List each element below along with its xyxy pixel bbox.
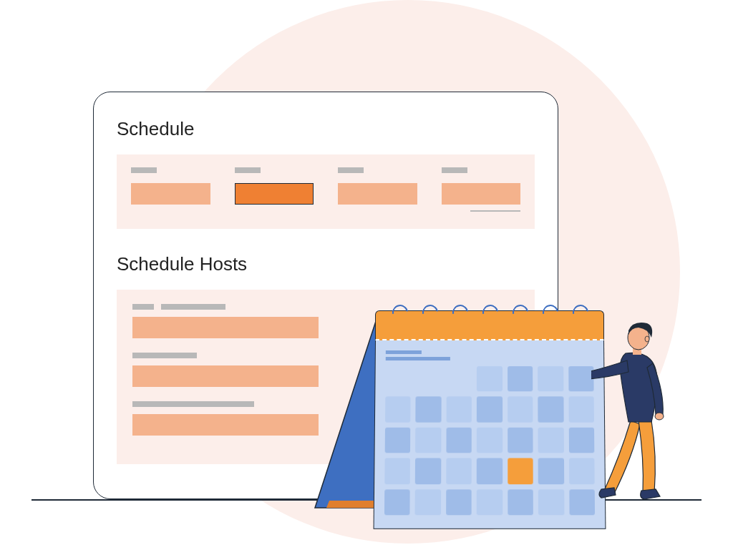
schedule-item[interactable] — [235, 167, 314, 212]
calendar-cell — [385, 397, 411, 423]
calendar-cell — [538, 397, 563, 423]
calendar-cell — [538, 366, 563, 392]
calendar-front — [375, 299, 604, 531]
calendar-cell — [477, 458, 503, 484]
calendar-cell — [416, 397, 442, 423]
placeholder-bar — [161, 304, 225, 310]
ring-icon — [389, 302, 412, 324]
calendar-cell — [415, 489, 441, 515]
calendar-cell — [477, 366, 503, 392]
calendar-cell — [508, 397, 533, 423]
calendar-cell — [446, 428, 472, 453]
calendar-cell — [385, 366, 411, 392]
calendar-cell — [538, 458, 564, 484]
calendar-cell — [384, 458, 410, 484]
calendar-grid — [384, 366, 595, 515]
calendar-cell — [446, 458, 472, 484]
schedule-item[interactable] — [338, 167, 417, 212]
host-block — [132, 365, 319, 387]
ring-icon — [510, 302, 532, 324]
placeholder-bar — [132, 353, 197, 358]
schedule-label-placeholder — [131, 167, 157, 173]
schedule-row — [131, 167, 520, 212]
hosts-title: Schedule Hosts — [117, 253, 535, 275]
calendar-cell — [568, 428, 594, 453]
svg-point-4 — [655, 413, 664, 420]
calendar-cell — [415, 428, 441, 453]
calendar-body — [374, 340, 606, 529]
schedule-item[interactable] — [131, 167, 210, 212]
calendar-cell — [477, 489, 503, 515]
calendar-cell — [477, 428, 503, 453]
calendar-title-placeholder — [386, 350, 593, 360]
calendar-cell — [416, 366, 442, 392]
schedule-item[interactable] — [442, 167, 521, 212]
person-icon — [591, 313, 684, 506]
calendar-cell — [568, 366, 594, 392]
calendar-cell — [477, 397, 503, 423]
ring-icon — [480, 302, 502, 324]
schedule-block — [338, 183, 417, 205]
schedule-label-placeholder — [235, 167, 261, 173]
schedule-title: Schedule — [117, 118, 535, 140]
schedule-block — [131, 183, 210, 205]
calendar-cell — [538, 489, 564, 515]
calendar-cell — [508, 428, 533, 453]
calendar-cell — [538, 428, 564, 453]
svg-marker-0 — [315, 315, 378, 508]
calendar-cell — [508, 489, 533, 515]
calendar-cell — [568, 397, 594, 423]
calendar-cell — [384, 489, 410, 515]
schedule-block-active — [235, 183, 314, 205]
calendar-cell — [385, 428, 411, 453]
ring-icon — [419, 302, 442, 324]
calendar-cell — [447, 366, 472, 392]
svg-marker-2 — [326, 501, 378, 508]
svg-point-7 — [645, 336, 649, 342]
schedule-block — [442, 183, 521, 205]
schedule-label-placeholder — [338, 167, 364, 173]
ring-icon — [570, 302, 592, 324]
ring-icon — [450, 302, 472, 324]
placeholder-bar — [132, 304, 154, 310]
calendar-rings — [375, 305, 604, 320]
placeholder-bar — [132, 401, 254, 407]
host-block — [132, 414, 319, 436]
calendar-cell — [446, 489, 472, 515]
ring-icon — [540, 302, 562, 324]
schedule-label-placeholder — [442, 167, 467, 173]
schedule-panel — [117, 154, 535, 229]
calendar-cell — [508, 366, 533, 392]
calendar-cell — [415, 458, 441, 484]
host-block — [132, 317, 319, 338]
schedule-underline — [470, 210, 520, 212]
calendar-cell-highlighted — [508, 458, 533, 484]
calendar-cell — [446, 397, 472, 423]
